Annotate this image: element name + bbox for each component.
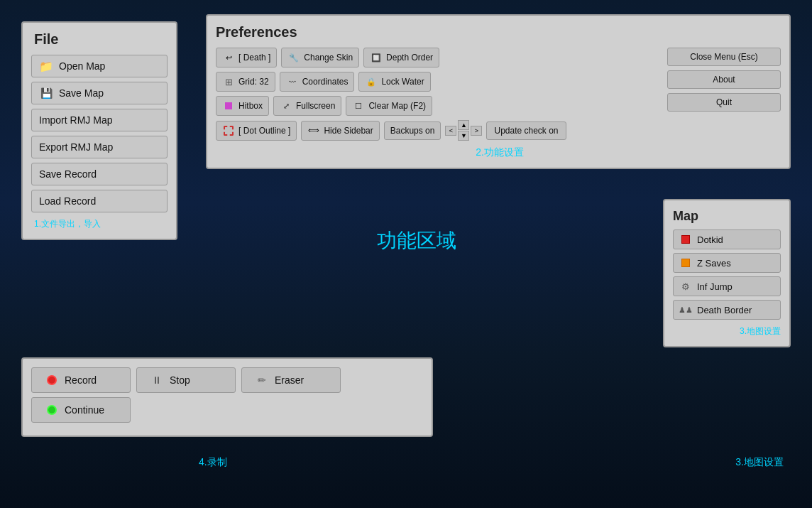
- record-button[interactable]: Record: [31, 367, 131, 393]
- death-button[interactable]: ↩ [ Death ]: [216, 48, 277, 67]
- lock-water-icon: 🔒: [365, 76, 378, 87]
- prefs-right-buttons: Close Menu (Esc) About Quit: [667, 48, 781, 141]
- save-record-button[interactable]: Save Record: [31, 163, 168, 185]
- inf-jump-button[interactable]: ⚙ Inf Jump: [673, 276, 781, 296]
- func-area-text: 功能区域: [206, 227, 627, 254]
- death-border-button[interactable]: ♟♟ Death Border: [673, 300, 781, 320]
- hide-sidebar-button[interactable]: ⟺ Hide Sidebar: [301, 121, 379, 141]
- depth-icon: 🔲: [370, 52, 383, 63]
- map-panel: Map Dotkid Z Saves ⚙ Inf Jump ♟♟ Death B…: [663, 199, 791, 347]
- prefs-title: Preferences: [216, 24, 781, 40]
- about-button[interactable]: About: [667, 70, 781, 89]
- coords-icon: 〰: [286, 76, 299, 87]
- dot-outline-button[interactable]: [ Dot Outline ]: [216, 121, 297, 141]
- backups-on-button[interactable]: Backups on: [384, 121, 441, 140]
- zsaves-icon: [679, 257, 692, 269]
- record-label: 4.录制: [199, 456, 227, 469]
- save-map-button[interactable]: 💾 Save Map: [31, 82, 168, 104]
- grid-icon: ⊞: [222, 76, 235, 87]
- pink-square-icon: [222, 100, 235, 112]
- close-menu-button[interactable]: Close Menu (Esc): [667, 48, 781, 66]
- gear-icon: ⚙: [679, 281, 692, 292]
- folder-icon: 📁: [39, 60, 53, 72]
- prefs-label: 2.功能设置: [216, 146, 781, 159]
- dot-outline-icon: [222, 125, 235, 136]
- continue-icon: [45, 403, 59, 417]
- quit-button[interactable]: Quit: [667, 93, 781, 112]
- record-icon: [45, 373, 59, 387]
- stop-button[interactable]: ⏸ Stop: [136, 367, 236, 393]
- continue-button[interactable]: Continue: [31, 397, 131, 423]
- death-border-icon: ♟♟: [679, 304, 692, 315]
- lock-water-button[interactable]: 🔒 Lock Water: [358, 72, 430, 92]
- change-skin-button[interactable]: 🔧 Change Skin: [281, 48, 359, 67]
- clear-map-button[interactable]: ☐ Clear Map (F2): [346, 96, 432, 116]
- depth-order-button[interactable]: 🔲 Depth Order: [363, 48, 439, 67]
- arrow-right-nav-button[interactable]: >: [471, 126, 482, 136]
- export-rmj-button[interactable]: Export RMJ Map: [31, 136, 168, 158]
- eraser-icon: ✏: [255, 373, 269, 387]
- preferences-panel: Preferences ↩ [ Death ] 🔧 Change Skin 🔲 …: [206, 14, 791, 169]
- fullscreen-button[interactable]: ⤢ Fullscreen: [273, 96, 341, 116]
- import-rmj-button[interactable]: Import RMJ Map: [31, 109, 168, 131]
- map-bottom-label: 3.地图设置: [735, 456, 784, 469]
- file-panel-title: File: [31, 31, 168, 48]
- skin-icon: 🔧: [287, 52, 300, 63]
- file-label: 1.文件导出，导入: [31, 218, 168, 230]
- arrow-down-button[interactable]: ▼: [458, 131, 469, 141]
- grid-button[interactable]: ⊞ Grid: 32: [216, 72, 275, 92]
- hide-sidebar-icon: ⟺: [307, 125, 320, 136]
- coordinates-button[interactable]: 〰 Coordinates: [280, 72, 355, 92]
- open-map-button[interactable]: 📁 Open Map: [31, 55, 168, 77]
- arrow-up-button[interactable]: ▲: [458, 120, 469, 130]
- clear-icon: ☐: [352, 100, 365, 112]
- fullscreen-icon: ⤢: [280, 100, 292, 112]
- load-record-button[interactable]: Load Record: [31, 190, 168, 212]
- save-icon: 💾: [39, 87, 53, 99]
- z-saves-button[interactable]: Z Saves: [673, 253, 781, 273]
- hitbox-button[interactable]: Hitbox: [216, 96, 269, 116]
- update-check-button[interactable]: Update check on: [486, 121, 566, 140]
- file-panel: File 📁 Open Map 💾 Save Map Import RMJ Ma…: [21, 21, 177, 240]
- map-label: 3.地图设置: [673, 325, 781, 337]
- arrow-left-icon: ↩: [222, 52, 235, 63]
- dotkid-button[interactable]: Dotkid: [673, 229, 781, 249]
- record-panel: Record ⏸ Stop ✏ Eraser Continue: [21, 357, 433, 437]
- map-title: Map: [673, 209, 781, 224]
- eraser-button[interactable]: ✏ Eraser: [241, 367, 341, 393]
- arrow-left-nav-button[interactable]: <: [445, 126, 456, 136]
- dotkid-icon: [679, 234, 692, 245]
- stop-icon: ⏸: [150, 373, 164, 387]
